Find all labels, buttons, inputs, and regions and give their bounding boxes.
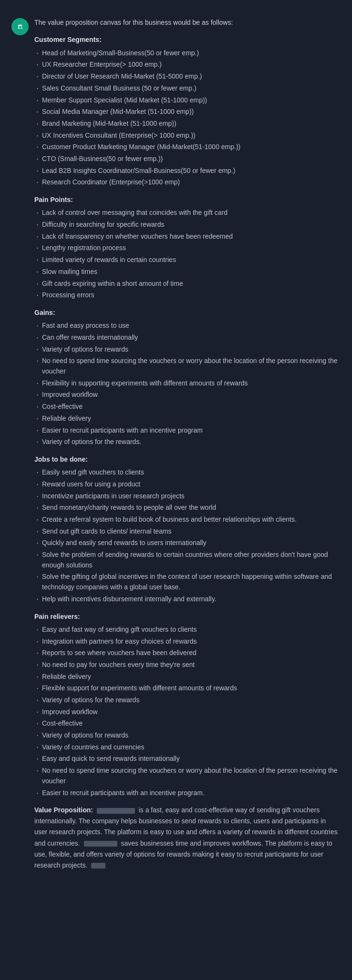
list-item: Reliable delivery: [34, 414, 341, 424]
list-item: Fast and easy process to use: [34, 321, 341, 331]
list-item: Improved workflow: [34, 707, 341, 717]
list-item: Easy and quick to send rewards internati…: [34, 754, 341, 764]
gains-title: Gains:: [34, 307, 341, 318]
list-item: Easier to recruit participants with an i…: [34, 788, 341, 798]
list-item: Cost-effective: [34, 718, 341, 729]
list-item: Reports to see where vouchers have been …: [34, 648, 341, 658]
avatar: [11, 18, 29, 35]
list-item: Variety of options for rewards: [34, 730, 341, 741]
pain-points-list: Lack of control over messaging that coin…: [34, 208, 341, 301]
list-item: Easily send gift vouchers to clients: [34, 467, 341, 478]
list-item: Variety of options for the rewards.: [34, 437, 341, 447]
customer-segments-title: Customer Segments:: [34, 34, 341, 45]
list-item: Difficulty in searching for specific rew…: [34, 220, 341, 230]
list-item: Gift cards expiring within a short amoun…: [34, 279, 341, 289]
list-item: Improved workflow: [34, 390, 341, 400]
list-item: Brand Marketing (Mid-Market (51-1000 emp…: [34, 119, 341, 129]
list-item: Solve the gifting of global incentives i…: [34, 572, 341, 592]
value-prop-label: Value Proposition:: [34, 806, 93, 814]
pain-relievers-list: Easy and fast way of sending gift vouche…: [34, 625, 341, 798]
list-item: Can offer rewards internationally: [34, 333, 341, 343]
list-item: Research Coordinator (Enterprise(>1000 e…: [34, 177, 341, 188]
list-item: Lengthy registration process: [34, 243, 341, 253]
list-item: Director of User Research Mid-Market (51…: [34, 71, 341, 82]
list-item: Lack of transparency on whether vouchers…: [34, 232, 341, 242]
list-item: Easier to recruit participants with an i…: [34, 425, 341, 436]
list-item: Variety of options for the rewards: [34, 695, 341, 706]
list-item: Solve the problem of sending rewards to …: [34, 550, 341, 570]
value-proposition-paragraph: Value Proposition: is a fast, easy and c…: [34, 805, 341, 871]
list-item: Send monetary/charity rewards to people …: [34, 503, 341, 513]
list-item: Quickly and easily send rewards to users…: [34, 538, 341, 548]
list-item: Incentivize participants in user researc…: [34, 491, 341, 502]
list-item: Slow mailing times: [34, 267, 341, 277]
redacted-block-3: [91, 863, 105, 869]
list-item: Cost-effective: [34, 402, 341, 412]
pain-relievers-title: Pain relievers:: [34, 611, 341, 622]
list-item: Create a referral system to build book o…: [34, 515, 341, 525]
list-item: UX Researcher Enterprise(> 1000 emp.): [34, 60, 341, 70]
list-item: Head of Marketing/Small-Business(50 or f…: [34, 48, 341, 59]
list-item: Reliable delivery: [34, 672, 341, 682]
list-item: Variety of countries and currencies: [34, 742, 341, 753]
intro-text: The value proposition canvas for this bu…: [34, 17, 341, 28]
list-item: Reward users for using a product: [34, 479, 341, 490]
gains-list: Fast and easy process to use Can offer r…: [34, 321, 341, 447]
list-item: No need to pay for vouchers every time t…: [34, 660, 341, 670]
list-item: Flexibility in supporting experiments wi…: [34, 378, 341, 389]
redacted-block-1: [97, 808, 135, 814]
list-item: UX Incentives Consultant (Enterprise(> 1…: [34, 131, 341, 141]
list-item: Lack of control over messaging that coin…: [34, 208, 341, 218]
jobs-list: Easily send gift vouchers to clients Rew…: [34, 467, 341, 604]
list-item: Customer Product Marketing Manager (Mid-…: [34, 142, 341, 152]
customer-segments-list: Head of Marketing/Small-Business(50 or f…: [34, 48, 341, 188]
list-item: Help with incentives disbursement intern…: [34, 594, 341, 605]
list-item: Easy and fast way of sending gift vouche…: [34, 625, 341, 635]
list-item: Sales Consultant Small Business (50 or f…: [34, 83, 341, 94]
list-item: CTO (Small-Business(50 or fewer emp.)): [34, 154, 341, 164]
pain-points-title: Pain Points:: [34, 194, 341, 205]
list-item: Send out gift cards to clients/ internal…: [34, 526, 341, 537]
jobs-title: Jobs to be done:: [34, 454, 341, 465]
list-item: Limited variety of rewards in certain co…: [34, 255, 341, 265]
list-item: Lead B2B Insights Coordinator/Small-Busi…: [34, 166, 341, 176]
list-item: No need to spend time sourcing the vouch…: [34, 356, 341, 376]
list-item: Integration with partners for easy choic…: [34, 636, 341, 647]
chat-container: The value proposition canvas for this bu…: [8, 8, 344, 880]
message-content: The value proposition canvas for this bu…: [34, 17, 341, 871]
redacted-block-2: [84, 841, 117, 847]
list-item: Flexible support for experiments with di…: [34, 683, 341, 694]
message-row: The value proposition canvas for this bu…: [8, 11, 344, 877]
list-item: Member Support Specialist (Mid Market (5…: [34, 95, 341, 106]
list-item: Processing errors: [34, 290, 341, 301]
list-item: No need to spend time sourcing the vouch…: [34, 766, 341, 786]
list-item: Social Media Manager (Mid-Market (51-100…: [34, 107, 341, 117]
list-item: Variety of options for rewards: [34, 344, 341, 355]
